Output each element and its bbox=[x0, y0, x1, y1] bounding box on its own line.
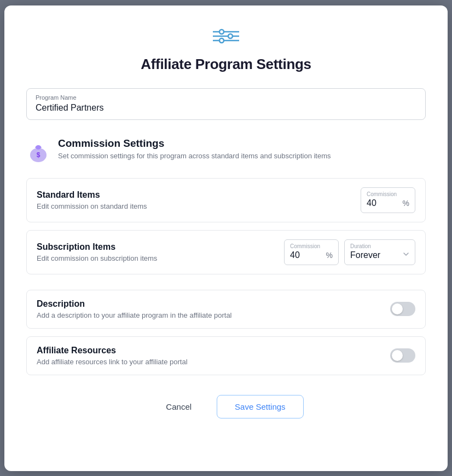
standard-commission-label: Commission bbox=[367, 191, 409, 197]
subscription-commission-percent: % bbox=[326, 251, 333, 260]
duration-label: Duration bbox=[350, 243, 409, 249]
subscription-commission-label: Commission bbox=[290, 243, 333, 249]
affiliate-resources-text: Affiliate Resources Add affiliate resour… bbox=[37, 346, 188, 366]
program-name-section: Program Name Certified Partners bbox=[26, 88, 426, 120]
duration-field[interactable]: Duration Forever bbox=[344, 239, 415, 265]
affiliate-settings-modal: Affiliate Program Settings Program Name … bbox=[4, 5, 448, 471]
subscription-items-row: Subscription Items Edit commission on su… bbox=[26, 230, 426, 274]
standard-commission-value: 40 bbox=[367, 198, 376, 208]
page-title: Affiliate Program Settings bbox=[141, 56, 311, 73]
subscription-items-title: Subscription Items bbox=[37, 242, 157, 252]
standard-items-subtitle: Edit commission on standard items bbox=[37, 202, 147, 210]
modal-header: Affiliate Program Settings bbox=[26, 23, 426, 73]
cancel-button[interactable]: Cancel bbox=[148, 395, 209, 418]
footer-buttons: Cancel Save Settings bbox=[26, 395, 426, 418]
program-name-value: Certified Partners bbox=[36, 103, 416, 113]
save-settings-button[interactable]: Save Settings bbox=[217, 395, 304, 418]
description-subtitle: Add a description to your affiliate prog… bbox=[37, 311, 232, 319]
duration-value: Forever bbox=[350, 250, 380, 260]
standard-items-title: Standard Items bbox=[37, 190, 147, 200]
affiliate-resources-section: Affiliate Resources Add affiliate resour… bbox=[26, 336, 426, 375]
affiliate-resources-toggle[interactable] bbox=[390, 348, 415, 363]
commission-settings-header: $ Commission Settings Set commission set… bbox=[26, 137, 426, 163]
commission-settings-title: Commission Settings bbox=[58, 137, 331, 150]
settings-sliders-icon bbox=[213, 23, 239, 49]
chevron-down-icon bbox=[403, 251, 409, 259]
commission-settings-subtitle: Set commission settings for this program… bbox=[58, 152, 331, 160]
subscription-commission-field[interactable]: Commission 40 % bbox=[284, 239, 339, 265]
standard-items-left: Standard Items Edit commission on standa… bbox=[37, 190, 147, 210]
svg-point-10 bbox=[36, 145, 41, 150]
standard-commission-field[interactable]: Commission 40 % bbox=[361, 187, 415, 213]
subscription-commission-value: 40 bbox=[290, 250, 300, 260]
standard-commission-percent: % bbox=[403, 199, 409, 208]
affiliate-resources-title: Affiliate Resources bbox=[37, 346, 188, 355]
subscription-items-left: Subscription Items Edit commission on su… bbox=[37, 242, 157, 262]
subscription-inputs-group: Commission 40 % Duration Forever bbox=[284, 239, 415, 265]
description-section: Description Add a description to your af… bbox=[26, 290, 426, 329]
affiliate-resources-subtitle: Add affiliate resources link to your aff… bbox=[37, 358, 188, 366]
commission-settings-text: Commission Settings Set commission setti… bbox=[58, 137, 331, 160]
svg-text:$: $ bbox=[37, 151, 40, 159]
subscription-items-subtitle: Edit commission on subscription items bbox=[37, 254, 157, 262]
description-title: Description bbox=[37, 299, 232, 309]
money-bag-icon: $ bbox=[26, 139, 50, 163]
description-toggle[interactable] bbox=[390, 302, 415, 316]
program-name-label: Program Name bbox=[36, 94, 416, 101]
standard-items-row: Standard Items Edit commission on standa… bbox=[26, 178, 426, 222]
description-text: Description Add a description to your af… bbox=[37, 299, 232, 319]
